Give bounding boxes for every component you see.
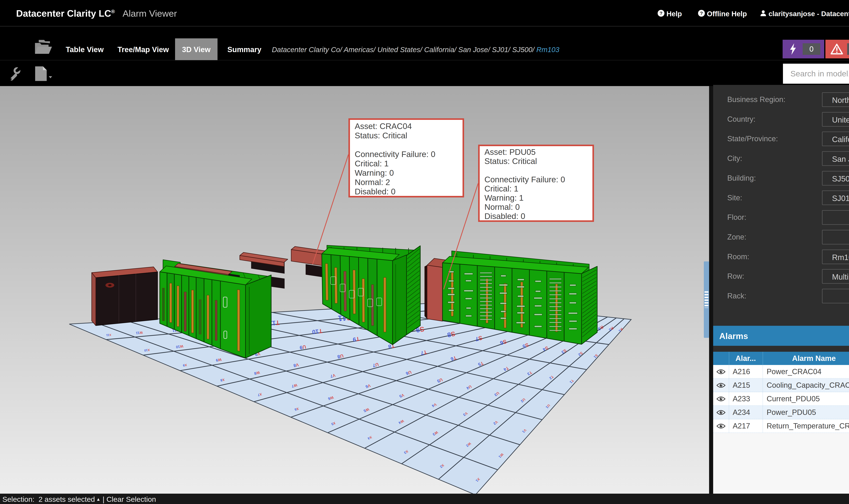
svg-text:X9: X9 [183, 363, 187, 367]
svg-text:?: ? [660, 11, 663, 16]
svg-text:W11: W11 [136, 331, 143, 335]
svg-text:X10: X10 [144, 348, 150, 352]
svg-text:T9: T9 [353, 336, 360, 343]
svg-text:T10: T10 [312, 328, 323, 336]
svg-text:W9: W9 [216, 357, 222, 362]
svg-text:U9: U9 [300, 344, 306, 350]
svg-text:?: ? [700, 11, 703, 16]
svg-text:X11: X11 [106, 333, 111, 337]
